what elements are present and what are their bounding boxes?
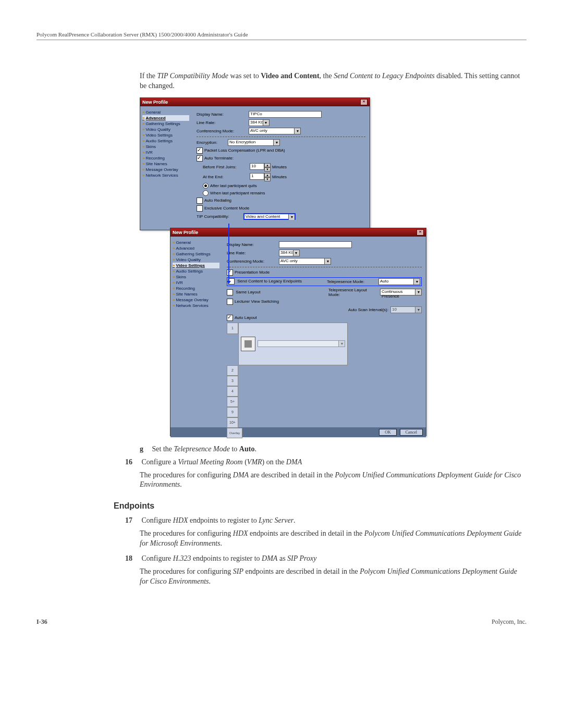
layout-tab-10[interactable]: 10+ xyxy=(227,417,238,428)
dialog-titlebar: New Profile × xyxy=(140,98,370,106)
minutes-label: Minutes xyxy=(272,165,287,169)
presentation-mode-checkbox[interactable] xyxy=(227,269,233,276)
lecturer-checkbox[interactable] xyxy=(227,299,233,305)
before-first-value[interactable]: 10 xyxy=(250,163,264,170)
nav-gathering[interactable]: Gathering Settings xyxy=(142,121,189,127)
t: Send Content to Legacy Endpoints xyxy=(334,72,435,80)
plc-checkbox[interactable] xyxy=(197,147,203,154)
nav2-gathering[interactable]: Gathering Settings xyxy=(173,251,219,257)
t: endpoints are described in detail in the xyxy=(243,567,360,575)
callout-arrow xyxy=(228,224,229,283)
conf-mode-label-2: Conferencing Mode: xyxy=(227,259,279,264)
layout-tab-5[interactable]: 5+ xyxy=(227,397,238,407)
nav2-skins[interactable]: Skins xyxy=(173,274,219,280)
t: . xyxy=(180,480,182,488)
divider xyxy=(197,137,365,137)
line-rate-dropdown[interactable]: 384 Kbps xyxy=(249,119,270,126)
footer-brand: Polycom, Inc. xyxy=(492,618,527,626)
autoscan-dropdown: 10 xyxy=(390,306,422,313)
dialog-nav: General Advanced Gathering Settings Vide… xyxy=(140,106,191,225)
at-end-value[interactable]: 1 xyxy=(250,173,264,180)
auto-terminate-checkbox[interactable] xyxy=(197,155,203,162)
layout-tab-2[interactable]: 2 xyxy=(227,365,238,376)
page-footer: I-36 Polycom, Inc. xyxy=(36,618,527,626)
step-18-num: 18 xyxy=(125,554,140,564)
nav-general[interactable]: General xyxy=(142,109,189,115)
layout-preview-icon[interactable] xyxy=(241,337,255,351)
t: ) on the xyxy=(262,458,286,466)
nav2-network[interactable]: Network Services xyxy=(173,303,219,309)
auto-redial-label: Auto Redialing xyxy=(204,198,231,203)
t: Configure xyxy=(142,554,173,562)
at-end-spinner[interactable]: 1 ▲▼ xyxy=(250,173,271,181)
line-rate-dropdown-2[interactable]: 384 Kbps xyxy=(279,250,300,256)
t: DMA xyxy=(262,554,277,562)
dialog-new-profile-advanced: New Profile × General Advanced Gathering… xyxy=(140,97,370,230)
nav-message-overlay[interactable]: Message Overlay xyxy=(142,167,189,172)
screenshot-container: New Profile × General Advanced Gathering… xyxy=(140,97,425,436)
nav2-recording[interactable]: Recording xyxy=(173,286,219,291)
t: as xyxy=(277,554,287,562)
t: Video and Content xyxy=(261,72,319,80)
close-icon-2[interactable]: × xyxy=(417,229,424,236)
at-end-label: At the End: xyxy=(203,175,250,179)
dialog-new-profile-video-settings: New Profile × General Advanced Gathering… xyxy=(170,228,426,436)
t: SIP Proxy xyxy=(287,554,316,562)
nav2-video-quality[interactable]: Video Quality xyxy=(173,257,219,263)
nav-network[interactable]: Network Services xyxy=(142,172,189,178)
after-last-quit-radio[interactable] xyxy=(203,183,209,189)
nav2-message-overlay[interactable]: Message Overlay xyxy=(173,297,219,303)
nav-video-quality[interactable]: Video Quality xyxy=(142,127,189,132)
close-icon[interactable]: × xyxy=(360,99,368,105)
nav2-audio[interactable]: Audio Settings xyxy=(173,268,219,274)
nav-sitenames[interactable]: Site Names xyxy=(142,161,189,167)
conf-mode-dropdown-2[interactable]: AVC only xyxy=(279,258,331,265)
before-first-spinner[interactable]: 10 ▲▼ xyxy=(250,163,271,171)
nav2-general[interactable]: General xyxy=(173,240,219,245)
nav-ivr[interactable]: IVR xyxy=(142,150,189,155)
layout-tab-4[interactable]: 4 xyxy=(227,386,238,397)
when-last-remains-radio[interactable] xyxy=(203,190,209,196)
auto-layout-checkbox[interactable] xyxy=(227,315,233,321)
tip-compat-dropdown[interactable]: Video and Content xyxy=(243,213,296,220)
nav-advanced[interactable]: Advanced xyxy=(142,115,189,121)
nav2-sitenames[interactable]: Site Names xyxy=(173,291,219,297)
auto-redial-checkbox[interactable] xyxy=(197,198,203,204)
when-last-remains-label: When last participant remains xyxy=(210,191,265,195)
same-layout-label: Same Layout xyxy=(236,290,260,294)
layout-tab-3[interactable]: 3 xyxy=(227,376,238,386)
nav-skins[interactable]: Skins xyxy=(142,144,189,150)
nav-recording[interactable]: Recording xyxy=(142,155,189,161)
telemode-dropdown[interactable]: Auto xyxy=(378,278,420,285)
t: was set to xyxy=(228,72,261,80)
t: VMR xyxy=(247,458,262,466)
layout-tab-overlay[interactable]: Overlay xyxy=(227,428,242,438)
send-content-legacy-label: Send Content to Legacy Endpoints xyxy=(237,279,302,283)
divider-2 xyxy=(227,267,422,267)
same-layout-checkbox[interactable] xyxy=(227,289,233,295)
dialog-title-2: New Profile xyxy=(173,230,198,235)
conf-mode-dropdown[interactable]: AVC only xyxy=(249,128,301,134)
dialog-titlebar-2: New Profile × xyxy=(170,228,426,237)
t: Set the xyxy=(152,445,174,453)
exclusive-content-checkbox[interactable] xyxy=(197,205,203,212)
t: SIP xyxy=(233,567,243,575)
t: endpoints to register to xyxy=(191,554,262,562)
display-name-field-2[interactable] xyxy=(279,241,352,248)
t: Configure xyxy=(142,516,173,524)
nav2-ivr[interactable]: IVR xyxy=(173,280,219,286)
t: If the xyxy=(140,72,157,80)
encryption-dropdown[interactable]: No Encryption xyxy=(228,139,280,146)
t: HDX xyxy=(173,516,188,524)
t: DMA xyxy=(233,471,249,479)
layout-tab-9[interactable]: 9 xyxy=(227,407,238,417)
nav2-video-settings[interactable]: Video Settings xyxy=(173,263,219,268)
nav2-advanced[interactable]: Advanced xyxy=(173,245,219,251)
tlayout-dropdown[interactable]: Continuous Presence xyxy=(380,289,422,295)
display-name-field[interactable]: TIPCo xyxy=(249,111,322,118)
after-last-quit-label: After last participant quits xyxy=(210,183,257,188)
layout-tab-1[interactable]: 1 xyxy=(227,323,238,334)
t: . xyxy=(209,577,211,585)
nav-video-settings[interactable]: Video Settings xyxy=(142,132,189,138)
nav-audio[interactable]: Audio Settings xyxy=(142,138,189,144)
